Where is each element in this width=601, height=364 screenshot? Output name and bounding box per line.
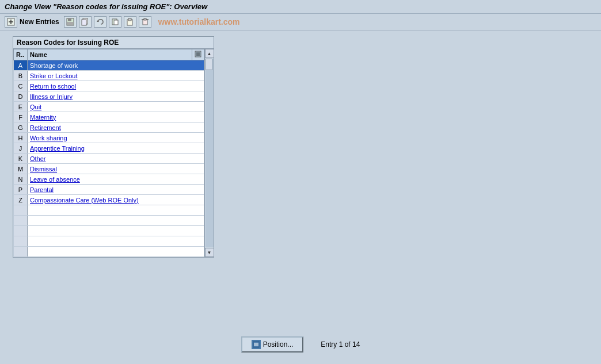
table-row-empty — [14, 216, 204, 226]
col-header-name: Name — [28, 49, 192, 60]
entry-info: Entry 1 of 14 — [321, 340, 360, 348]
table-row[interactable]: CReturn to school — [14, 81, 204, 91]
table-row[interactable]: KOther — [14, 154, 204, 164]
bottom-section: Position... Entry 1 of 14 — [0, 336, 601, 352]
svg-rect-7 — [82, 20, 86, 25]
cell-name[interactable]: Maternity — [28, 112, 204, 122]
cell-code: E — [14, 102, 28, 112]
cell-code: M — [14, 164, 28, 174]
table-row[interactable]: NLeave of absence — [14, 174, 204, 185]
table-row[interactable]: ZCompassionate Care (Web ROE Only) — [14, 195, 204, 205]
svg-rect-12 — [128, 18, 131, 21]
new-entries-icon[interactable] — [5, 16, 17, 28]
cell-name[interactable]: Other — [28, 154, 204, 164]
cell-name[interactable]: Return to school — [28, 81, 204, 91]
scroll-thumb[interactable] — [206, 59, 212, 70]
table-row[interactable]: GRetirement — [14, 122, 204, 133]
svg-rect-15 — [144, 18, 146, 20]
cell-name[interactable]: Retirement — [28, 122, 204, 133]
scroll-up-btn[interactable]: ▲ — [205, 49, 214, 58]
cell-name[interactable]: Work sharing — [28, 133, 204, 143]
table-row-empty — [14, 205, 204, 216]
cell-name[interactable]: Strike or Lockout — [28, 71, 204, 81]
cell-name[interactable]: Shortage of work — [28, 60, 204, 71]
cell-name[interactable]: Apprentice Training — [28, 143, 204, 154]
undo-button[interactable] — [94, 16, 106, 28]
cell-name[interactable]: Illness or Injury — [28, 91, 204, 102]
cell-code: D — [14, 91, 28, 102]
delete-button[interactable] — [139, 16, 151, 28]
paste-button[interactable] — [124, 16, 136, 28]
copy2-button[interactable] — [109, 16, 121, 28]
position-icon — [252, 340, 261, 349]
watermark: www.tutorialkart.com — [158, 17, 240, 26]
cell-code: N — [14, 174, 28, 185]
table-container: Reason Codes for Issuing ROE R.. Name — [13, 36, 214, 258]
main-content: Reason Codes for Issuing ROE R.. Name — [0, 30, 601, 263]
table-row[interactable]: BStrike or Lockout — [14, 71, 204, 81]
data-table: R.. Name AShorta — [13, 49, 204, 257]
table-row[interactable]: PParental — [14, 185, 204, 195]
scroll-track — [206, 59, 214, 247]
position-btn-label: Position... — [263, 340, 294, 348]
scroll-down-btn[interactable]: ▼ — [205, 248, 214, 257]
cell-code: K — [14, 154, 28, 164]
table-row-empty — [14, 236, 204, 247]
table-row[interactable]: FMaternity — [14, 112, 204, 122]
scrollbar[interactable]: ▲ ▼ — [204, 49, 214, 257]
table-row-empty — [14, 247, 204, 257]
copy-button[interactable] — [79, 16, 92, 28]
svg-rect-5 — [67, 22, 73, 25]
cell-code: C — [14, 81, 28, 91]
page-title: Change View "Reason codes for issuing RO… — [5, 2, 207, 11]
cell-code: J — [14, 143, 28, 154]
cell-code: Z — [14, 195, 28, 205]
cell-code: H — [14, 133, 28, 143]
cell-code: F — [14, 112, 28, 122]
table-row[interactable]: JApprentice Training — [14, 143, 204, 154]
cell-code: P — [14, 185, 28, 195]
title-bar: Change View "Reason codes for issuing RO… — [0, 0, 601, 14]
position-button[interactable]: Position... — [241, 336, 304, 352]
table-row[interactable]: DIllness or Injury — [14, 91, 204, 102]
table-title: Reason Codes for Issuing ROE — [13, 37, 214, 49]
cell-name[interactable]: Compassionate Care (Web ROE Only) — [28, 195, 204, 205]
cell-code: B — [14, 71, 28, 81]
cell-name[interactable]: Quit — [28, 102, 204, 112]
cell-code: G — [14, 122, 28, 133]
col-header-icon[interactable] — [192, 49, 204, 60]
svg-rect-4 — [68, 18, 71, 21]
cell-name[interactable]: Parental — [28, 185, 204, 195]
cell-code: A — [14, 60, 28, 71]
col-header-code: R.. — [14, 49, 28, 60]
cell-name[interactable]: Dismissal — [28, 164, 204, 174]
new-entries-label: New Entries — [20, 18, 59, 26]
svg-rect-10 — [114, 20, 118, 25]
save-button[interactable] — [64, 16, 77, 28]
table-wrapper: R.. Name AShorta — [13, 49, 214, 257]
table-row[interactable]: AShortage of work — [14, 60, 204, 71]
table-row[interactable]: HWork sharing — [14, 133, 204, 143]
toolbar: New Entries — [0, 14, 601, 30]
table-row[interactable]: EQuit — [14, 102, 204, 112]
cell-name[interactable]: Leave of absence — [28, 174, 204, 185]
table-row[interactable]: MDismissal — [14, 164, 204, 174]
table-row-empty — [14, 226, 204, 236]
